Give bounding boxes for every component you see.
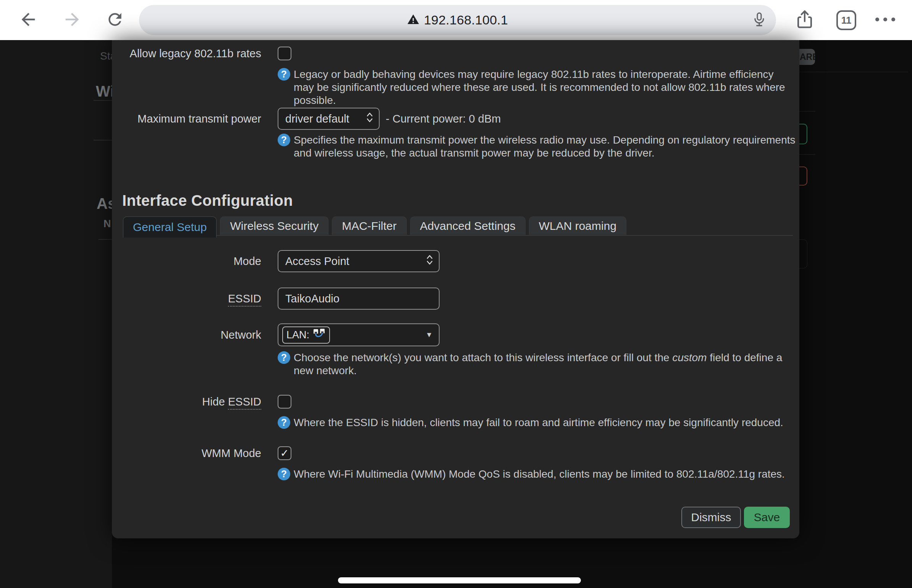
tab-mac-filter[interactable]: MAC-Filter xyxy=(332,216,406,235)
ethernet-ports-icon xyxy=(313,328,326,342)
save-button[interactable]: Save xyxy=(744,507,790,528)
browser-toolbar: 192.168.100.1 xyxy=(0,0,912,40)
wmm-mode-checkbox[interactable]: ✓ xyxy=(278,446,291,460)
select-chevrons-icon xyxy=(366,111,374,126)
checkmark-icon: ✓ xyxy=(280,448,289,459)
ellipsis-icon xyxy=(875,18,879,21)
background-heading2-partial: As xyxy=(97,195,112,212)
wmm-mode-help: Where Wi-Fi Multimedia (WMM) Mode QoS is… xyxy=(294,468,785,481)
background-divider xyxy=(94,100,112,101)
help-icon: ? xyxy=(278,468,290,480)
tab-wireless-security[interactable]: Wireless Security xyxy=(220,216,328,235)
share-icon xyxy=(794,8,816,32)
background-divider xyxy=(99,239,112,240)
help-icon: ? xyxy=(278,416,290,429)
help-icon: ? xyxy=(278,134,290,146)
background-page-left: Sta Wi As N xyxy=(0,40,112,588)
background-red-button-partial xyxy=(799,166,807,186)
background-heading-partial: Wi xyxy=(96,83,112,100)
back-arrow-icon xyxy=(18,10,38,31)
allow-legacy-help: Legacy or badly behaving devices may req… xyxy=(294,68,796,107)
screen: 192.168.100.1 xyxy=(0,0,912,588)
reload-icon xyxy=(105,10,125,31)
url-bar[interactable]: 192.168.100.1 xyxy=(139,5,776,35)
background-divider xyxy=(799,111,815,111)
background-divider xyxy=(799,72,908,72)
mode-select[interactable]: Access Point xyxy=(278,250,440,272)
network-help-custom: custom xyxy=(672,352,707,363)
voice-search-button[interactable] xyxy=(750,11,768,29)
reload-button[interactable] xyxy=(104,9,126,31)
back-button[interactable] xyxy=(17,9,39,31)
mode-label: Mode xyxy=(112,255,261,268)
allow-legacy-checkbox[interactable] xyxy=(278,47,291,60)
tab-count: 11 xyxy=(841,15,851,26)
background-badge-partial: ARE xyxy=(797,49,815,65)
background-table-header-partial: N xyxy=(103,218,111,230)
network-lan-chip: LAN: xyxy=(282,326,330,344)
tab-advanced-settings[interactable]: Advanced Settings xyxy=(410,216,526,235)
help-icon: ? xyxy=(278,68,290,81)
interface-config-tabs: General Setup Wireless Security MAC-Filt… xyxy=(123,216,793,237)
background-nav-partial: Sta xyxy=(100,50,112,62)
dialog-actions: Dismiss Save xyxy=(681,507,790,528)
network-help: Choose the network(s) you want to attach… xyxy=(294,351,796,377)
url-text: 192.168.100.1 xyxy=(424,13,508,27)
tab-wlan-roaming[interactable]: WLAN roaming xyxy=(529,216,626,235)
essid-input[interactable] xyxy=(278,288,440,310)
tab-switcher-button[interactable]: 11 xyxy=(836,10,856,30)
background-divider xyxy=(799,154,815,155)
microphone-icon xyxy=(751,11,768,29)
background-green-button-partial xyxy=(799,124,807,144)
allow-legacy-label: Allow legacy 802.11b rates xyxy=(112,47,261,60)
dropdown-arrow-icon: ▼ xyxy=(425,331,433,339)
wmm-mode-label: WMM Mode xyxy=(112,447,261,460)
tab-general-setup[interactable]: General Setup xyxy=(123,216,217,237)
wireless-settings-dialog: Allow legacy 802.11b rates ? Legacy or b… xyxy=(112,40,799,538)
share-button[interactable] xyxy=(794,9,816,31)
background-divider xyxy=(94,140,112,141)
forward-arrow-icon xyxy=(62,10,82,31)
essid-label: ESSID xyxy=(228,292,261,307)
hide-essid-checkbox[interactable] xyxy=(278,395,291,409)
home-indicator[interactable] xyxy=(338,577,581,583)
forward-button[interactable] xyxy=(61,9,83,31)
interface-configuration-heading: Interface Configuration xyxy=(122,192,293,209)
network-select[interactable]: LAN: ▼ xyxy=(278,323,440,346)
network-lan-chip-label: LAN: xyxy=(286,329,309,341)
hide-essid-help: Where the ESSID is hidden, clients may f… xyxy=(294,416,783,429)
max-power-value: driver default xyxy=(285,113,349,125)
browser-menu-button[interactable] xyxy=(875,18,895,21)
dismiss-button[interactable]: Dismiss xyxy=(681,507,741,528)
hide-essid-label: Hide ESSID xyxy=(202,396,261,410)
network-label: Network xyxy=(112,329,261,341)
help-icon: ? xyxy=(278,351,290,364)
current-power-text: - Current power: 0 dBm xyxy=(386,113,501,125)
max-power-help: Specifies the maximum transmit power the… xyxy=(294,134,796,160)
max-power-label: Maximum transmit power xyxy=(112,113,261,125)
background-input-partial xyxy=(799,239,807,268)
mode-value: Access Point xyxy=(285,255,349,268)
select-chevrons-icon xyxy=(426,254,433,269)
max-power-select[interactable]: driver default xyxy=(278,108,380,130)
ssl-warning-icon xyxy=(407,13,419,27)
